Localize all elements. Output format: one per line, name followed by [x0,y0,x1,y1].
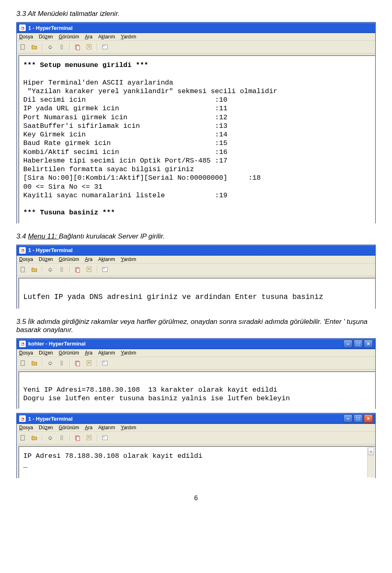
svg-rect-25 [49,439,51,440]
menu-gorunum[interactable]: Görünüm [59,34,79,40]
minimize-button[interactable]: – [343,415,352,423]
menu-gorunum[interactable]: Görünüm [59,256,79,262]
menu-gorunum[interactable]: Görünüm [59,350,79,356]
terminal-output[interactable]: Lutfen IP yada DNS adresini giriniz ve a… [18,278,375,309]
svg-rect-9 [49,270,51,272]
page-number: 6 [16,495,376,502]
hyperterminal-window-1: ◔ 1 - HyperTerminal Dosya Düzen Görünüm … [16,22,376,223]
terminal-bold-line: *** Tusuna basiniz *** [23,209,115,216]
menu-aktarim[interactable]: Aktarım [98,425,115,430]
svg-rect-0 [21,45,24,49]
connect-icon[interactable] [47,434,54,441]
connect-icon[interactable] [47,43,54,51]
doc-step-3-4: 3.4 Menu 11: Bağlantı kurulacak Server I… [16,232,376,241]
receive-icon[interactable] [85,266,93,273]
menu-duzen[interactable]: Düzen [39,350,53,356]
separator [69,434,70,441]
send-icon[interactable] [74,266,81,273]
close-button[interactable]: × [364,415,373,423]
receive-icon[interactable] [85,43,93,51]
separator [42,359,42,367]
menu-ara[interactable]: Ara [85,425,93,430]
menu-duzen[interactable]: Düzen [39,34,53,40]
minimize-button[interactable]: – [343,340,352,348]
svg-rect-15 [103,268,105,270]
open-folder-icon[interactable] [31,43,38,51]
titlebar[interactable]: ◔ 1 - HyperTerminal [17,22,375,33]
app-icon: ◔ [19,247,26,254]
separator [42,43,42,51]
properties-icon[interactable] [101,43,109,51]
svg-rect-12 [76,268,80,272]
maximize-button[interactable]: □ [354,340,363,348]
menu-dosya[interactable]: Dosya [19,425,33,430]
disconnect-icon[interactable] [58,434,65,441]
send-icon[interactable] [74,434,81,441]
new-file-icon[interactable] [19,266,27,273]
terminal-body: IP Adresi 78.188.30.108 olarak kayit edi… [23,452,203,468]
menu-dosya[interactable]: Dosya [19,350,33,356]
titlebar[interactable]: ◔ 1 - HyperTerminal [17,245,375,256]
menu-yardim[interactable]: Yardım [121,34,136,40]
menu-duzen[interactable]: Düzen [39,256,53,262]
receive-icon[interactable] [85,434,93,441]
open-folder-icon[interactable] [31,434,38,441]
new-file-icon[interactable] [19,43,27,51]
svg-rect-16 [21,361,24,366]
terminal-frame: IP Adresi 78.188.30.108 olarak kayit edi… [17,444,375,478]
menu-dosya[interactable]: Dosya [19,256,33,262]
terminal-body: Lutfen IP yada DNS adresini giriniz ve a… [23,293,323,301]
terminal-frame: Yeni IP Adresi=78.188.30.108 13 karakter… [17,370,375,409]
terminal-output[interactable]: *** Setup menusune girildi *** Hiper Ter… [18,55,375,223]
connect-icon[interactable] [47,359,54,367]
toolbar [17,432,375,444]
new-file-icon[interactable] [19,359,27,367]
menu-aktarim[interactable]: Aktarım [98,256,115,262]
menu-yardim[interactable]: Yardım [121,256,136,262]
close-button[interactable]: × [364,340,373,348]
vertical-scrollbar[interactable]: ▴ ▾ [367,447,374,477]
separator [97,434,97,441]
properties-icon[interactable] [101,266,109,273]
menu-yardim[interactable]: Yardım [121,350,136,356]
menu-ara[interactable]: Ara [85,256,93,262]
new-file-icon[interactable] [19,434,27,441]
disconnect-icon[interactable] [58,359,65,367]
open-folder-icon[interactable] [31,359,38,367]
svg-rect-31 [103,436,105,438]
menu-aktarim[interactable]: Aktarım [98,34,115,40]
scroll-up-arrow[interactable]: ▴ [368,448,374,455]
separator [97,266,97,273]
menu-ara[interactable]: Ara [85,350,93,356]
maximize-button[interactable]: □ [354,415,363,423]
menu-aktarim[interactable]: Aktarım [98,350,115,356]
connect-icon[interactable] [47,266,54,273]
svg-rect-24 [21,435,24,440]
svg-rect-17 [49,364,51,365]
terminal-output[interactable]: Yeni IP Adresi=78.188.30.108 13 karakter… [18,371,375,409]
window-title: kohler - HyperTerminal [28,341,86,347]
app-icon: ◔ [19,341,26,347]
titlebar[interactable]: ◔ kohler - HyperTerminal – □ × [17,339,375,349]
properties-icon[interactable] [101,359,109,367]
properties-icon[interactable] [101,434,109,441]
receive-icon[interactable] [85,359,93,367]
terminal-frame: *** Setup menusune girildi *** Hiper Ter… [17,54,375,223]
send-icon[interactable] [74,359,81,367]
menu-dosya[interactable]: Dosya [19,34,33,40]
menu-yardim[interactable]: Yardım [121,425,136,430]
svg-point-18 [61,361,63,363]
menu-gorunum[interactable]: Görünüm [59,425,79,430]
menu-ara[interactable]: Ara [85,34,93,40]
terminal-output[interactable]: IP Adresi 78.188.30.108 olarak kayit edi… [18,446,375,478]
titlebar[interactable]: ◔ 1 - HyperTerminal – □ × [17,413,375,424]
separator [69,266,70,273]
disconnect-icon[interactable] [58,43,65,51]
separator [97,359,97,367]
open-folder-icon[interactable] [31,266,38,273]
menu-duzen[interactable]: Düzen [39,425,53,430]
window-title: 1 - HyperTerminal [28,247,73,253]
send-icon[interactable] [74,43,81,51]
menubar: Dosya Düzen Görünüm Ara Aktarım Yardım [17,349,375,357]
disconnect-icon[interactable] [58,266,65,273]
